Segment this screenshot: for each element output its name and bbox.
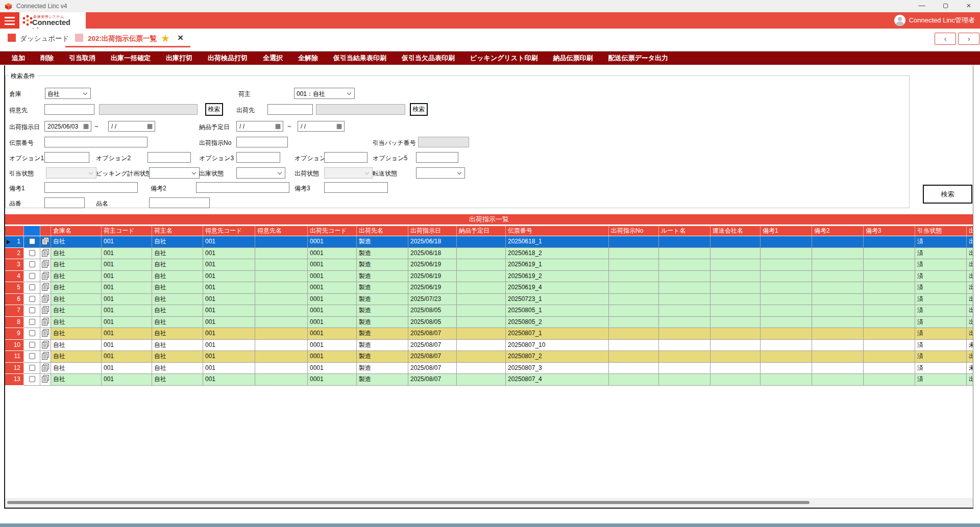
column-header-denpyo[interactable]: 伝票番号 (506, 226, 609, 236)
row-detail-icon[interactable] (42, 260, 49, 268)
column-header-biko3[interactable]: 備考3 (864, 226, 915, 236)
row-detail-icon[interactable] (42, 272, 49, 280)
remarks1-input[interactable] (44, 182, 138, 193)
row-checkbox[interactable] (29, 365, 35, 371)
toolbar-button[interactable]: 削除 (33, 52, 61, 65)
hamburger-menu-icon[interactable] (0, 12, 19, 29)
table-row[interactable]: 7 自社001自社0010001製造2025/08/0520250805_1済出… (5, 305, 973, 317)
minimize-icon[interactable]: — (912, 0, 932, 12)
option5-input[interactable] (416, 152, 458, 163)
toolbar-button[interactable]: 全選択 (255, 52, 290, 65)
column-header-biko1[interactable]: 備考1 (761, 226, 812, 236)
toolbar-button[interactable]: 全解除 (290, 52, 326, 65)
tab-scroll-right-button[interactable]: › (958, 33, 979, 45)
issue-status-select[interactable] (236, 167, 285, 179)
row-checkbox[interactable] (29, 307, 35, 313)
ship-date-from-input[interactable]: 2025/06/03▦ (44, 121, 91, 132)
calendar-icon[interactable]: ▦ (83, 122, 89, 130)
row-checkbox[interactable] (29, 353, 35, 359)
tab-scroll-left-button[interactable]: ‹ (935, 33, 956, 45)
table-row[interactable]: 4 自社001自社0010001製造2025/06/1920250619_2済出… (5, 271, 973, 283)
column-header-nohin_date[interactable]: 納品予定日 (457, 226, 506, 236)
column-header-hikiate[interactable]: 引当状態 (915, 226, 967, 236)
option1-input[interactable] (44, 152, 89, 163)
shipto-code-input[interactable] (267, 104, 313, 115)
toolbar-button[interactable]: 出庫一括確定 (103, 52, 158, 65)
table-row[interactable]: 9 自社001自社0010001製造2025/08/0720250807_1済出… (5, 328, 973, 340)
close-icon[interactable]: × (959, 0, 979, 12)
toolbar-button[interactable]: 出荷検品打切 (200, 52, 255, 65)
table-row[interactable]: 5 自社001自社0010001製造2025/06/1920250619_4済出… (5, 282, 973, 294)
delivery-date-from-input[interactable]: / /▦ (236, 121, 283, 132)
maximize-icon[interactable] (935, 0, 955, 12)
row-checkbox[interactable] (29, 319, 35, 325)
item-name-input[interactable] (149, 197, 210, 208)
row-detail-icon[interactable] (42, 329, 49, 337)
shipto-search-button[interactable]: 検索 (410, 103, 428, 116)
column-header-shiji_no[interactable]: 出荷指示No (609, 226, 659, 236)
column-header-tokuisaki_cd[interactable]: 得意先コード (203, 226, 255, 236)
row-checkbox[interactable] (29, 261, 35, 267)
column-header-shukkasaki[interactable]: 出荷先名 (357, 226, 408, 236)
row-checkbox[interactable] (29, 250, 35, 256)
row-checkbox[interactable] (29, 273, 35, 279)
scrollbar-thumb[interactable] (7, 501, 810, 504)
column-header-biko2[interactable]: 備考2 (812, 226, 864, 236)
search-button[interactable]: 検索 (923, 185, 972, 204)
calendar-icon[interactable]: ▦ (336, 122, 342, 130)
table-row[interactable]: 11 自社001自社0010001製造2025/08/0720250807_2済… (5, 351, 973, 363)
row-detail-icon[interactable] (42, 341, 49, 348)
toolbar-button[interactable]: 出庫打切 (158, 52, 200, 65)
row-detail-icon[interactable] (42, 295, 49, 303)
toolbar-button[interactable]: 納品伝票印刷 (545, 52, 600, 65)
column-header-ninushi[interactable]: 荷主名 (152, 226, 203, 236)
toolbar-button[interactable]: 配送伝票データ出力 (600, 52, 676, 65)
customer-code-input[interactable] (44, 104, 94, 115)
toolbar-button[interactable]: 仮引当欠品表印刷 (394, 52, 462, 65)
row-detail-icon[interactable] (42, 249, 49, 257)
horizontal-scrollbar[interactable] (5, 498, 973, 508)
column-header-select[interactable] (24, 226, 40, 236)
picking-plan-status-select[interactable] (149, 167, 200, 179)
table-row[interactable]: ▶1 自社001自社0010001製造2025/06/1820250618_1済… (5, 236, 973, 248)
row-detail-icon[interactable] (42, 237, 49, 245)
column-header-ninushi_cd[interactable]: 荷主コード (102, 226, 152, 236)
toolbar-button[interactable]: 引当取消 (61, 52, 103, 65)
table-row[interactable]: 3 自社001自社0010001製造2025/06/1920250619_1済出… (5, 259, 973, 271)
user-avatar[interactable] (894, 15, 905, 26)
option3-input[interactable] (236, 152, 280, 163)
transfer-status-select[interactable] (416, 167, 465, 179)
option4-input[interactable] (324, 152, 368, 163)
table-row[interactable]: 6 自社001自社0010001製造2025/07/2320250723_1済出… (5, 294, 973, 306)
row-detail-icon[interactable] (42, 283, 49, 291)
delivery-date-to-input[interactable]: / /▦ (298, 121, 345, 132)
row-checkbox[interactable] (29, 330, 35, 336)
favorite-star-icon[interactable]: ★ (161, 32, 170, 44)
row-detail-icon[interactable] (42, 364, 49, 371)
column-header-tokuisaki[interactable]: 得意先名 (255, 226, 308, 236)
tab-close-icon[interactable]: × (178, 32, 183, 43)
remarks2-input[interactable] (196, 182, 289, 193)
row-checkbox[interactable] (29, 342, 35, 348)
table-row[interactable]: 2 自社001自社0010001製造2025/06/1820250618_2済出… (5, 248, 973, 260)
instruction-no-input[interactable] (236, 137, 288, 147)
column-header-shukko[interactable]: 出庫状態 (967, 226, 973, 236)
column-header-souko[interactable]: 倉庫名 (51, 226, 102, 236)
calendar-icon[interactable]: ▦ (275, 122, 281, 130)
column-header-shukkasaki_cd[interactable]: 出荷先コード (308, 226, 357, 236)
toolbar-button[interactable]: 追加 (4, 52, 33, 65)
toolbar-button[interactable]: ピッキングリスト印刷 (462, 52, 545, 65)
row-detail-icon[interactable] (42, 306, 49, 314)
option2-input[interactable] (148, 152, 191, 163)
warehouse-select[interactable]: 自社 (45, 88, 91, 99)
row-detail-icon[interactable] (42, 375, 49, 383)
row-checkbox[interactable] (29, 284, 35, 290)
column-header-unso[interactable]: 運送会社名 (710, 226, 761, 236)
table-row[interactable]: 8 自社001自社0010001製造2025/08/0520250805_2済出… (5, 317, 973, 329)
row-checkbox[interactable] (29, 296, 35, 302)
row-detail-icon[interactable] (42, 318, 49, 325)
item-code-input[interactable] (44, 197, 85, 208)
table-row[interactable]: 12 自社001自社0010001製造2025/08/0720250807_3済… (5, 363, 973, 374)
remarks3-input[interactable] (324, 182, 388, 193)
row-detail-icon[interactable] (42, 352, 49, 360)
